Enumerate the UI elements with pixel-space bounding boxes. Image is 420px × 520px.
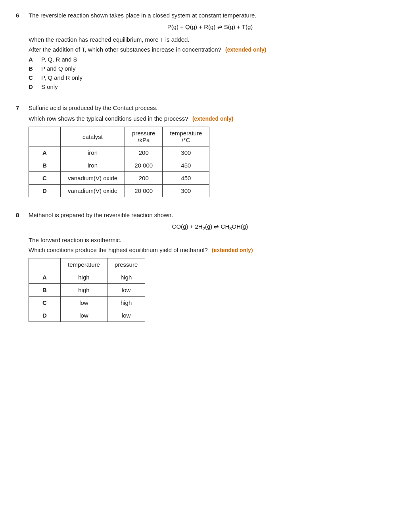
q8-col1-header: temperature bbox=[61, 258, 107, 271]
q8-question-row: Which conditions produce the highest equ… bbox=[29, 247, 404, 253]
q6-option-b-text: P and Q only bbox=[41, 65, 75, 72]
q8-row-a-pressure: high bbox=[107, 271, 145, 284]
q7-row-b: B iron 20 000 450 bbox=[29, 159, 209, 172]
question-6: 6 The reversible reaction shown takes pl… bbox=[16, 12, 404, 90]
q8-row-c-temp: low bbox=[61, 297, 107, 309]
q6-intro: The reversible reaction shown takes plac… bbox=[29, 12, 404, 19]
q8-col0-header bbox=[29, 258, 61, 271]
q6-option-c-letter: C bbox=[29, 74, 36, 81]
q8-question-text: Which conditions produce the highest equ… bbox=[29, 247, 208, 253]
q7-question-row: Which row shows the typical conditions u… bbox=[29, 115, 404, 122]
q7-intro: Sulfuric acid is produced by the Contact… bbox=[29, 104, 404, 111]
q8-row-a-letter: A bbox=[29, 271, 61, 284]
q6-option-a: A P, Q, R and S bbox=[29, 56, 404, 63]
q7-row-a-temp: 300 bbox=[163, 146, 209, 159]
q8-equation: CO(g) + 2H2(g) ⇌ CH3OH(g) bbox=[16, 223, 404, 231]
q7-question-text: Which row shows the typical conditions u… bbox=[29, 115, 188, 122]
q6-number: 6 bbox=[16, 12, 24, 19]
q6-option-d-text: S only bbox=[41, 83, 58, 90]
q7-row-a-letter: A bbox=[29, 146, 61, 159]
q7-row-d: D vanadium(V) oxide 20 000 300 bbox=[29, 185, 209, 197]
q6-option-a-letter: A bbox=[29, 56, 36, 63]
q8-col2-header: pressure bbox=[107, 258, 145, 271]
q6-option-b: B P and Q only bbox=[29, 65, 404, 72]
q7-col3-header: temperature/°C bbox=[163, 127, 209, 146]
q8-intro: Methanol is prepared by the reversible r… bbox=[29, 212, 404, 218]
q8-para1: The forward reaction is exothermic. bbox=[29, 237, 404, 243]
q7-row-c-letter: C bbox=[29, 172, 61, 185]
q7-row-c-temp: 450 bbox=[163, 172, 209, 185]
q8-row-c-pressure: high bbox=[107, 297, 145, 309]
q7-extended: (extended only) bbox=[192, 116, 233, 122]
q7-row-d-pressure: 20 000 bbox=[125, 185, 163, 197]
q8-row-d: D low low bbox=[29, 309, 145, 322]
question-7: 7 Sulfuric acid is produced by the Conta… bbox=[16, 104, 404, 197]
q7-row-d-catalyst: vanadium(V) oxide bbox=[61, 185, 125, 197]
q8-number: 8 bbox=[16, 212, 24, 218]
q8-row-b: B high low bbox=[29, 284, 145, 297]
q6-option-c-text: P, Q and R only bbox=[41, 74, 82, 81]
q8-row-b-temp: high bbox=[61, 284, 107, 297]
q6-para2-text: After the addition of T, which other sub… bbox=[29, 46, 221, 53]
q8-row-c: C low high bbox=[29, 297, 145, 309]
q7-row-d-letter: D bbox=[29, 185, 61, 197]
q6-option-d-letter: D bbox=[29, 83, 36, 90]
question-8: 8 Methanol is prepared by the reversible… bbox=[16, 212, 404, 322]
q8-row-b-pressure: low bbox=[107, 284, 145, 297]
q8-row-a: A high high bbox=[29, 271, 145, 284]
q7-col0-header bbox=[29, 127, 61, 146]
q6-options: A P, Q, R and S B P and Q only C P, Q an… bbox=[29, 56, 404, 90]
q7-row-a: A iron 200 300 bbox=[29, 146, 209, 159]
q8-row-c-letter: C bbox=[29, 297, 61, 309]
q7-row-a-catalyst: iron bbox=[61, 146, 125, 159]
q7-col1-header: catalyst bbox=[61, 127, 125, 146]
q7-number: 7 bbox=[16, 104, 24, 111]
q7-row-c: C vanadium(V) oxide 200 450 bbox=[29, 172, 209, 185]
q6-option-c: C P, Q and R only bbox=[29, 74, 404, 81]
q8-row-d-pressure: low bbox=[107, 309, 145, 322]
q6-option-d: D S only bbox=[29, 83, 404, 90]
q8-extended: (extended only) bbox=[212, 247, 253, 253]
q7-row-c-pressure: 200 bbox=[125, 172, 163, 185]
q7-col2-header: pressure/kPa bbox=[125, 127, 163, 146]
q8-row-a-temp: high bbox=[61, 271, 107, 284]
q6-option-a-text: P, Q, R and S bbox=[41, 56, 77, 63]
q6-equation: P(g) + Q(g) + R(g) ⇌ S(g) + T(g) bbox=[16, 23, 404, 31]
q6-option-b-letter: B bbox=[29, 65, 36, 72]
q7-row-b-pressure: 20 000 bbox=[125, 159, 163, 172]
q6-para1: When the reaction has reached equilibriu… bbox=[29, 36, 404, 43]
q8-row-d-letter: D bbox=[29, 309, 61, 322]
q7-row-a-pressure: 200 bbox=[125, 146, 163, 159]
q8-row-d-temp: low bbox=[61, 309, 107, 322]
q7-row-c-catalyst: vanadium(V) oxide bbox=[61, 172, 125, 185]
q8-row-b-letter: B bbox=[29, 284, 61, 297]
q7-table: catalyst pressure/kPa temperature/°C A i… bbox=[29, 127, 209, 197]
q7-row-b-letter: B bbox=[29, 159, 61, 172]
q7-row-d-temp: 300 bbox=[163, 185, 209, 197]
q7-row-b-catalyst: iron bbox=[61, 159, 125, 172]
q6-extended: (extended only) bbox=[225, 46, 266, 53]
q6-para2: After the addition of T, which other sub… bbox=[29, 46, 404, 53]
q8-table: temperature pressure A high high B high … bbox=[29, 258, 145, 322]
q7-row-b-temp: 450 bbox=[163, 159, 209, 172]
